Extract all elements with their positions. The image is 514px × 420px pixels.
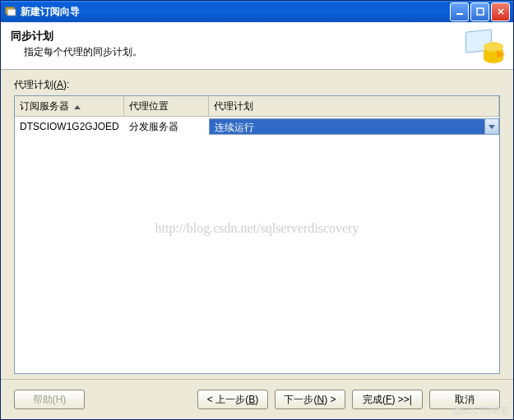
schedule-dropdown[interactable]: 连续运行 [209,118,499,135]
page-subtitle: 指定每个代理的同步计划。 [24,45,464,59]
page-title: 同步计划 [11,29,464,44]
svg-rect-1 [7,9,16,16]
minimize-button[interactable] [450,2,469,21]
next-button[interactable]: 下一步(N) > [275,390,345,409]
cancel-button[interactable]: 取消 [429,390,500,409]
sort-asc-icon [74,105,81,109]
col-agent-location[interactable]: 代理位置 [124,96,209,117]
cell-location: 分发服务器 [124,117,209,137]
window-title: 新建订阅向导 [21,5,448,19]
svg-rect-3 [477,8,484,15]
col-agent-schedule[interactable]: 代理计划 [209,96,499,117]
maximize-button[interactable] [470,2,489,21]
wizard-window: 新建订阅向导 同步计划 指定每个代理的同步计划。 代理计划(A): 订阅服务器 … [0,0,514,420]
help-button[interactable]: 帮助(H) [14,390,85,409]
dropdown-value: 连续运行 [209,118,484,135]
app-icon [4,5,17,18]
content-area: 代理计划(A): 订阅服务器 代理位置 代理计划 DTSCIOW1G2GJOED… [1,70,513,379]
svg-rect-2 [456,13,463,15]
wizard-header: 同步计划 指定每个代理的同步计划。 [1,22,513,70]
back-button[interactable]: < 上一步(B) [197,390,268,409]
table-label: 代理计划(A): [14,78,500,92]
cell-subscriber: DTSCIOW1G2GJOED [15,117,124,137]
cell-schedule: 连续运行 [209,117,499,137]
col-subscriber[interactable]: 订阅服务器 [15,96,124,117]
finish-button[interactable]: 完成(F) >>| [352,390,423,409]
dropdown-button[interactable] [484,118,499,135]
table-row[interactable]: DTSCIOW1G2GJOED 分发服务器 连续运行 [15,117,499,137]
chevron-down-icon [489,125,495,129]
agent-table: 订阅服务器 代理位置 代理计划 DTSCIOW1G2GJOED 分发服务器 连续… [14,95,500,374]
header-graphic [464,29,503,63]
close-button[interactable] [491,2,510,21]
wizard-footer: 帮助(H) < 上一步(B) 下一步(N) > 完成(F) >>| 取消 [1,379,513,419]
watermark-text: http://blog.csdn.net/sqlserverdiscovery [15,221,499,236]
title-bar[interactable]: 新建订阅向导 [1,1,513,22]
